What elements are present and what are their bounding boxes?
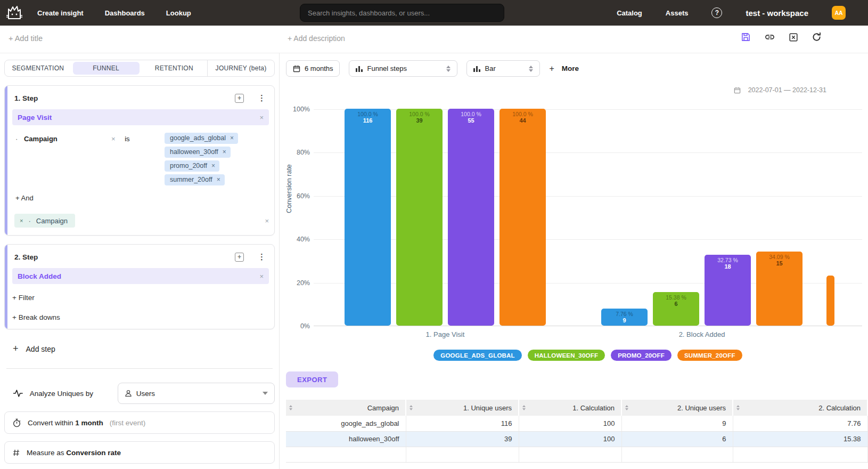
breakdown-property: Campaign	[36, 217, 68, 225]
sort-icon[interactable]	[522, 405, 526, 410]
funnel-bar[interactable]: 100.0 %55	[448, 109, 494, 326]
nav-item-assets[interactable]: Assets	[666, 9, 689, 17]
step-menu-icon[interactable]: ⋮	[256, 252, 268, 262]
add-step-button[interactable]: + Add step	[13, 343, 275, 354]
bar-percent-label: 7.76 %	[601, 311, 648, 317]
refresh-icon[interactable]	[812, 32, 822, 42]
nav-item-catalog[interactable]: Catalog	[617, 9, 642, 17]
table-row[interactable]: google_ads_global11610097.76	[286, 416, 867, 431]
filter-operator[interactable]: is	[125, 135, 129, 143]
remove-breakdown-icon[interactable]: ×	[20, 217, 23, 224]
add-filter-button[interactable]: + Filter	[12, 294, 269, 302]
table-column-header[interactable]: Campaign	[286, 400, 406, 416]
remove-breakdown-row-icon[interactable]: ×	[265, 217, 269, 225]
partial-funnel-bar	[826, 276, 834, 326]
legend-pill[interactable]: GOOGLE_ADS_GLOBAL	[433, 350, 522, 361]
filter-property[interactable]: Campaign	[24, 135, 58, 143]
duplicate-step-icon[interactable]: +	[235, 253, 244, 262]
y-axis-tick: 80%	[297, 149, 310, 156]
funnel-bar[interactable]: 100.0 %44	[499, 109, 546, 326]
hash-icon	[12, 449, 20, 457]
duplicate-step-icon[interactable]: +	[235, 94, 244, 103]
conversion-window-setting[interactable]: Convert within 1 month (first event)	[4, 411, 275, 434]
funnel-bar[interactable]: 32.73 %18	[705, 255, 751, 326]
legend-pill[interactable]: PROMO_20OFF	[611, 350, 672, 361]
add-description-button[interactable]: + Add description	[288, 34, 345, 43]
funnel-bar-chart: 100.0 %116100.0 %39100.0 %55100.0 %447.7…	[314, 109, 862, 326]
table-cell: 116	[406, 416, 519, 431]
help-icon[interactable]: ?	[711, 7, 722, 18]
remove-filter-icon[interactable]: ×	[111, 135, 116, 143]
funnel-bar[interactable]: 34.09 %15	[756, 252, 803, 326]
funnel-bar[interactable]: 7.76 %9	[601, 309, 648, 326]
tab-journey[interactable]: JOURNEY (beta)	[207, 60, 274, 76]
y-axis-tick: 100%	[293, 106, 310, 113]
tab-retention[interactable]: RETENTION	[141, 60, 208, 76]
insight-header: + Add title + Add description	[0, 26, 868, 53]
funnel-bar[interactable]: 100.0 %39	[396, 109, 443, 326]
avatar[interactable]: AA	[832, 6, 846, 20]
table-column-header[interactable]: 1. Unique users	[406, 400, 519, 416]
remove-event-icon[interactable]: ×	[259, 114, 264, 122]
app-logo-cat-icon[interactable]	[5, 5, 23, 21]
sort-icon[interactable]	[736, 405, 740, 410]
legend-pill[interactable]: SUMMER_20OFF	[677, 350, 742, 361]
table-column-header[interactable]: 2. Calculation	[733, 400, 867, 416]
sort-icon[interactable]	[625, 405, 628, 410]
step-menu-icon[interactable]: ⋮	[256, 93, 268, 103]
measure-as-setting[interactable]: Measure as Conversion rate	[4, 441, 275, 464]
analyze-entity-select[interactable]: Users	[118, 383, 275, 404]
nav-item-dashboards[interactable]: Dashboards	[105, 9, 145, 17]
table-row[interactable]	[286, 447, 867, 462]
table-cell: 100	[519, 431, 621, 447]
bar-count-label: 116	[345, 117, 391, 124]
export-button[interactable]: EXPORT	[286, 371, 338, 387]
bar-count-label: 15	[756, 260, 803, 266]
remove-tag-icon[interactable]: ×	[230, 134, 234, 142]
nav-item-lookup[interactable]: Lookup	[166, 9, 191, 17]
chart-type-select[interactable]: Bar	[466, 60, 540, 77]
event-row[interactable]: Block Added ×	[12, 268, 269, 284]
link-icon[interactable]	[764, 32, 775, 42]
tab-segmentation[interactable]: SEGMENTATION	[5, 60, 71, 76]
funnel-bar[interactable]: 100.0 %116	[345, 109, 391, 326]
nav-item-create-insight[interactable]: Create insight	[37, 9, 84, 17]
view-type-select[interactable]: Funnel steps	[349, 60, 457, 77]
y-axis-tick: 20%	[297, 279, 310, 287]
analyze-entity-value: Users	[136, 390, 258, 398]
table-cell	[519, 447, 621, 462]
table-row[interactable]: halloween_30off39100615.38	[286, 431, 867, 447]
filter-value-tag[interactable]: google_ads_global×	[165, 133, 238, 144]
table-column-header[interactable]: 2. Unique users	[621, 400, 733, 416]
filter-value-tag[interactable]: halloween_30off×	[165, 147, 231, 158]
sort-icon[interactable]	[289, 405, 292, 410]
breakdown-chip[interactable]: × · Campaign	[14, 214, 75, 228]
add-title-button[interactable]: + Add title	[9, 34, 43, 43]
remove-tag-icon[interactable]: ×	[223, 148, 226, 156]
remove-event-icon[interactable]: ×	[259, 272, 264, 280]
convert-mode-label: (first event)	[110, 419, 146, 427]
bar-count-label: 55	[448, 117, 494, 124]
tab-funnel[interactable]: FUNNEL	[73, 62, 140, 75]
add-and-condition[interactable]: + And	[15, 194, 269, 202]
filter-value-tag[interactable]: summer_20off×	[165, 174, 225, 185]
funnel-step-1-card: 1. Step + ⋮ Page Visit × · Campaign × is	[4, 85, 275, 236]
date-range-button[interactable]: 6 months	[286, 60, 340, 77]
search-input[interactable]	[300, 4, 504, 22]
sort-icon[interactable]	[410, 405, 413, 410]
add-breakdown-button[interactable]: + Break downs	[12, 313, 269, 321]
table-column-header[interactable]: 1. Calculation	[519, 400, 621, 416]
filter-value-text: halloween_30off	[170, 148, 218, 156]
filter-value-tag[interactable]: promo_20off×	[165, 160, 219, 172]
remove-tag-icon[interactable]: ×	[217, 176, 220, 183]
workspace-name[interactable]: test - workspace	[746, 9, 808, 18]
filter-value-text: promo_20off	[170, 162, 207, 169]
more-options-button[interactable]: + More	[549, 64, 579, 74]
funnel-bar[interactable]: 15.38 %6	[653, 292, 699, 326]
close-box-icon[interactable]	[789, 33, 798, 42]
event-row[interactable]: Page Visit ×	[12, 109, 269, 125]
remove-tag-icon[interactable]: ×	[211, 162, 215, 169]
legend-pill[interactable]: HALLOWEEN_30OFF	[528, 350, 605, 361]
save-icon[interactable]	[741, 32, 751, 42]
bar-percent-label: 34.09 %	[756, 254, 803, 260]
